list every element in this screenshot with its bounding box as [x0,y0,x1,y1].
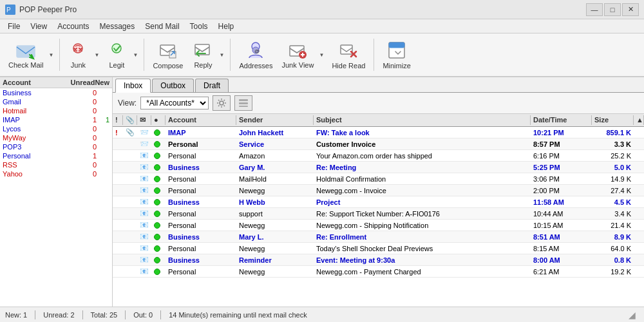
email-row[interactable]: 📧 Personal MailHold Holdmail Confirmatio… [113,173,644,185]
check-mail-dropdown[interactable]: ▼ [46,36,55,73]
email-priority [113,254,123,265]
junk-button[interactable]: Junk [64,36,92,73]
email-row[interactable]: 📧 Business Reminder Event: Meeting at 9:… [113,254,644,266]
maximize-window-button[interactable]: □ [604,3,621,16]
menu-item-view[interactable]: View [25,21,52,32]
view-columns-button[interactable] [234,95,252,111]
header-priority[interactable]: ! [113,115,123,125]
compose-icon [158,40,178,61]
reply-dropdown[interactable]: ▼ [217,36,226,73]
email-row[interactable]: 📧 Business Mary L. Re: Enrollment 8:51 A… [113,231,644,243]
header-subject[interactable]: Subject [314,115,531,125]
svg-point-18 [220,101,223,105]
menu-item-messages[interactable]: Messages [95,21,140,32]
minimize-icon [386,40,407,61]
header-account[interactable]: Account [166,115,236,125]
sidebar-item-imap[interactable]: IMAP 1 1 [0,115,112,124]
email-row[interactable]: 📧 Personal Amazon Your Amazon.com order … [113,150,644,162]
menu-item-file[interactable]: File [3,21,25,32]
titlebar: P POP Peeper Pro — □ ✕ [0,0,644,19]
sidebar-account-name: Personal [3,152,84,160]
email-attach [123,243,137,254]
sidebar-item-personal[interactable]: Personal 1 [0,151,112,160]
account-filter-select[interactable]: *All Accounts*BusinessGmailHotmailIMAPPe… [140,97,209,109]
email-size: 5.0 K [592,162,634,173]
header-attach[interactable]: 📎 [123,115,137,125]
sidebar-item-hotmail[interactable]: Hotmail 0 [0,106,112,115]
sidebar-item-yahoo[interactable]: Yahoo 0 [0,169,112,178]
compose-button[interactable]: Compose [148,36,187,73]
header-datetime[interactable]: Date/Time [531,115,592,125]
email-row[interactable]: 📧 Business Gary M. Re: Meeting 5:25 PM 5… [113,162,644,173]
header-size[interactable]: Size [592,115,634,125]
view-settings-button[interactable] [213,95,231,111]
check-mail-group[interactable]: Check Mail ▼ [5,36,55,73]
minimize-button[interactable]: Minimize [378,36,415,73]
email-datetime: 8:57 PM [531,138,592,149]
junk-dropdown[interactable]: ▼ [92,36,101,73]
legit-dropdown[interactable]: ▼ [131,36,140,73]
sidebar-new-count [97,134,109,142]
sidebar-item-myway[interactable]: MyWay 0 [0,133,112,142]
email-row[interactable]: 📧 Personal Newegg Newegg.com - Payment C… [113,266,644,278]
menu-item-send mail[interactable]: Send Mail [140,21,184,32]
menu-item-tools[interactable]: Tools [185,21,213,32]
sidebar-item-business[interactable]: Business 0 [0,88,112,97]
check-mail-button[interactable]: Check Mail [5,36,46,73]
tab-inbox[interactable]: Inbox [115,79,151,93]
junk-view-group[interactable]: Junk View ▼ [278,36,326,73]
email-row[interactable]: 📧 Personal support Re: Support Ticket Nu… [113,208,644,220]
addresses-button[interactable]: @ Addresses [234,36,277,73]
status-out: Out: 0 [133,311,153,319]
read-mail-icon: 📧 [140,163,149,171]
svg-text:P: P [6,6,11,14]
email-size: 4.5 K [592,196,634,207]
reply-button[interactable]: Reply [189,36,217,73]
online-dot [154,129,160,136]
header-icon[interactable]: ✉ [137,115,151,125]
sidebar-unread-count: 0 [84,134,97,142]
minimize-window-button[interactable]: — [586,3,603,16]
reply-group[interactable]: Reply ▼ [189,36,226,73]
junk-group[interactable]: Junk ▼ [64,36,101,73]
header-status[interactable]: ● [151,115,166,125]
sidebar-item-pop3[interactable]: POP3 0 [0,142,112,151]
email-size: 14.9 K [592,173,634,184]
email-row[interactable]: 📧 Business H Webb Project 11:58 AM 4.5 K [113,196,644,208]
close-window-button[interactable]: ✕ [622,3,639,16]
email-row[interactable]: 📨 Personal Service Customer Invoice 8:57… [113,138,644,150]
tab-draft[interactable]: Draft [195,79,229,92]
email-row[interactable]: ! 📎 📨 IMAP John Hackett FW: Take a look … [113,127,644,138]
email-row[interactable]: 📧 Personal Newegg Newegg.com - Shipping … [113,220,644,231]
sidebar-item-rss[interactable]: RSS 0 [0,160,112,169]
email-type-icon: 📧 [137,243,151,254]
email-account: Business [166,196,236,207]
sidebar-new-count [97,170,109,178]
header-sender[interactable]: Sender [236,115,314,125]
read-mail-icon: 📧 [140,151,149,160]
junk-view-dropdown[interactable]: ▼ [317,36,326,73]
email-row[interactable]: 📧 Personal Newegg Today's Shell Shocker … [113,243,644,254]
sidebar-unread-count: 0 [84,89,97,97]
resize-handle[interactable]: ◢ [629,310,639,320]
menu-item-accounts[interactable]: Accounts [52,21,94,32]
reply-label: Reply [194,61,212,69]
sidebar-item-lycos[interactable]: Lycos 0 [0,124,112,133]
junk-view-button[interactable]: Junk View [278,36,317,73]
sidebar: Account Unread New Business 0 Gmail 0 Ho… [0,77,113,307]
sidebar-item-gmail[interactable]: Gmail 0 [0,97,112,106]
legit-group[interactable]: Legit ▼ [102,36,140,73]
email-type-icon: 📧 [137,254,151,265]
sidebar-account-name: Lycos [3,125,84,133]
email-status-dot [151,196,166,207]
legit-label: Legit [109,61,124,69]
hide-read-button[interactable]: Hide Read [327,36,370,73]
toolbar-sep-4 [374,39,374,71]
junk-view-icon [287,41,308,61]
sidebar-account-header: Account [3,79,70,86]
email-subject: Newegg.com - Shipping Notification [314,220,531,231]
email-row[interactable]: 📧 Personal Newegg Newegg.com - Invoice 2… [113,185,644,196]
menu-item-help[interactable]: Help [213,21,240,32]
legit-button[interactable]: Legit [102,36,131,73]
tab-outbox[interactable]: Outbox [152,79,194,92]
